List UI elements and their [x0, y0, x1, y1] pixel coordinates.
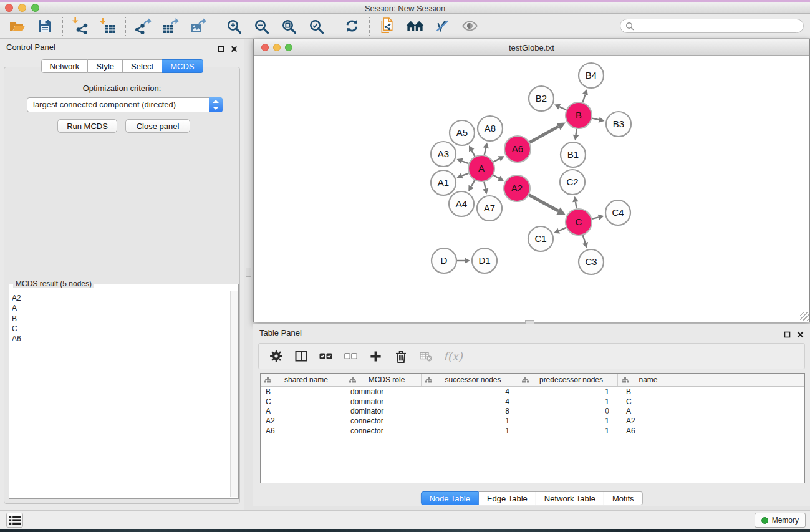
tab-network[interactable]: Network	[41, 59, 88, 73]
network-canvas[interactable]: AA1A2A3A4A5A6A7A8BB1B2B3B4CC1C2C3C4DD1	[254, 56, 809, 322]
eye-icon[interactable]	[456, 16, 483, 37]
edge-B-B4[interactable]	[582, 89, 588, 102]
column-header-shared-name[interactable]: shared name	[261, 374, 345, 386]
node-table[interactable]: shared nameMCDS rolesuccessor nodesprede…	[260, 373, 805, 483]
deselect-all-checkboxes-icon[interactable]	[342, 348, 359, 365]
task-history-button[interactable]	[6, 513, 23, 528]
search-field[interactable]	[620, 19, 804, 33]
cell-shared-name[interactable]: B	[261, 387, 345, 396]
cell-shared-name[interactable]: A	[261, 407, 345, 415]
node-B[interactable]: B	[566, 102, 592, 128]
close-panel-button[interactable]: Close panel	[125, 119, 190, 133]
edge-C-C3[interactable]	[582, 235, 588, 248]
cell-successor-nodes[interactable]: 1	[422, 417, 518, 425]
node-C2[interactable]: C2	[560, 170, 585, 195]
settings-gear-icon[interactable]	[268, 348, 284, 365]
cell-shared-name[interactable]: A2	[261, 417, 345, 425]
column-header-name[interactable]: name	[618, 374, 672, 386]
edge-A-A1[interactable]	[457, 173, 469, 178]
node-A6[interactable]: A6	[504, 136, 531, 162]
cell-predecessor-nodes[interactable]: 1	[518, 387, 618, 396]
cell-name[interactable]: B	[618, 387, 672, 396]
edge-B-B1[interactable]	[573, 129, 579, 140]
table-row[interactable]: Cdominator41C	[261, 397, 804, 407]
horizontal-splitter-handle[interactable]	[525, 320, 534, 324]
node-A1[interactable]: A1	[431, 170, 456, 195]
node-A5[interactable]: A5	[450, 120, 475, 145]
function-builder-icon[interactable]: f(x)	[443, 350, 463, 363]
dropdown-stepper-icon[interactable]	[209, 97, 223, 112]
edge-B-B2[interactable]	[554, 104, 566, 110]
run-mcds-button[interactable]: Run MCDS	[57, 119, 117, 133]
node-A3[interactable]: A3	[431, 142, 456, 167]
node-B3[interactable]: B3	[606, 112, 631, 137]
edge-C-C1[interactable]	[554, 228, 566, 234]
column-header-predecessor-nodes[interactable]: predecessor nodes	[518, 374, 618, 386]
edge-A-A5[interactable]	[469, 145, 475, 156]
mcds-result-item[interactable]: B	[12, 314, 228, 324]
cell-mcds-role[interactable]: connector	[345, 417, 422, 425]
node-A4[interactable]: A4	[449, 191, 474, 216]
hide-details-icon[interactable]	[428, 16, 456, 37]
delete-table-icon[interactable]	[417, 348, 434, 365]
tab-node-table[interactable]: Node Table	[420, 491, 479, 505]
delete-row-icon[interactable]	[392, 348, 409, 365]
cell-mcds-role[interactable]: dominator	[345, 397, 422, 406]
cell-mcds-role[interactable]: connector	[345, 427, 422, 435]
zoom-out-icon[interactable]	[248, 16, 275, 37]
edge-A-A3[interactable]	[457, 158, 469, 164]
node-B1[interactable]: B1	[561, 142, 586, 167]
node-C[interactable]: C	[566, 209, 592, 235]
tab-mcds[interactable]: MCDS	[162, 59, 203, 73]
close-panel-icon[interactable]	[231, 44, 238, 55]
cell-name[interactable]: A6	[618, 427, 672, 435]
mcds-result-item[interactable]: C	[12, 324, 228, 334]
zoom-in-icon[interactable]	[220, 16, 248, 37]
table-row[interactable]: A2connector11A2	[261, 416, 804, 426]
node-A[interactable]: A	[468, 155, 494, 181]
edge-C-C2[interactable]	[572, 196, 578, 209]
node-A2[interactable]: A2	[504, 175, 530, 201]
tab-network-table[interactable]: Network Table	[536, 491, 604, 505]
import-network-icon[interactable]	[67, 16, 94, 37]
edge-D-D1[interactable]	[457, 258, 470, 264]
column-header-successor-nodes[interactable]: successor nodes	[422, 374, 518, 386]
table-row[interactable]: Adominator80A	[261, 407, 804, 417]
edge-A2-C[interactable]	[529, 195, 566, 215]
cell-shared-name[interactable]: A6	[261, 427, 345, 435]
select-all-checkboxes-icon[interactable]	[317, 348, 334, 365]
tab-motifs[interactable]: Motifs	[604, 491, 643, 505]
cell-mcds-role[interactable]: dominator	[345, 407, 422, 415]
export-table-icon[interactable]	[157, 16, 185, 37]
edge-A-A7[interactable]	[483, 182, 488, 195]
edge-A-A4[interactable]	[468, 180, 475, 191]
node-C1[interactable]: C1	[528, 226, 553, 251]
edge-A-A2[interactable]	[493, 175, 504, 181]
network-window-titlebar[interactable]: testGlobe.txt	[254, 39, 809, 56]
search-input[interactable]	[637, 19, 803, 32]
criterion-dropdown[interactable]: largest connected component (directed)	[27, 97, 223, 112]
column-header-mcds-role[interactable]: MCDS role	[345, 374, 422, 386]
edge-A6-B[interactable]	[529, 123, 566, 143]
cell-name[interactable]: A2	[618, 417, 672, 425]
export-network-icon[interactable]	[130, 16, 157, 37]
node-B2[interactable]: B2	[529, 86, 554, 111]
float-panel-icon[interactable]	[784, 329, 791, 341]
node-A8[interactable]: A8	[478, 116, 503, 141]
edge-C-C4[interactable]	[592, 215, 604, 220]
node-D1[interactable]: D1	[472, 248, 497, 273]
open-folder-icon[interactable]	[4, 16, 31, 37]
cell-successor-nodes[interactable]: 4	[422, 397, 518, 406]
edge-A-A6[interactable]	[493, 156, 504, 162]
add-row-icon[interactable]	[367, 348, 384, 365]
cell-successor-nodes[interactable]: 1	[422, 427, 518, 435]
node-A7[interactable]: A7	[477, 196, 502, 221]
double-home-icon[interactable]	[401, 16, 428, 37]
tab-style[interactable]: Style	[88, 59, 123, 73]
save-icon[interactable]	[31, 16, 59, 37]
float-panel-icon[interactable]	[218, 44, 224, 55]
resize-grip-icon[interactable]	[800, 312, 809, 321]
table-row[interactable]: Bdominator41B	[261, 387, 804, 397]
result-scrollbar[interactable]	[230, 291, 238, 497]
table-row[interactable]: A6connector11A6	[261, 426, 804, 436]
